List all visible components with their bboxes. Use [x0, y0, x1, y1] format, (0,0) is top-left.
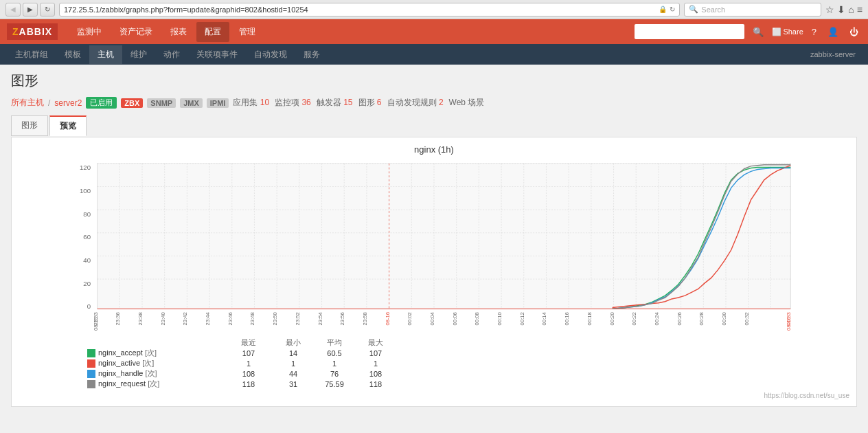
nav-triggers[interactable]: 触发器 15: [317, 97, 353, 109]
ipmi-badge: IPMI: [207, 98, 229, 108]
browser-toolbar: ☆ ⬇ ⌂ ≡: [825, 4, 863, 15]
legend-last-active: 1: [225, 358, 273, 368]
top-nav-right: 🔍 ⬜ Share ? 👤 ⏻: [635, 24, 861, 39]
svg-text:00:24: 00:24: [654, 311, 660, 325]
nav-monitor[interactable]: 监测中: [69, 22, 110, 42]
breadcrumb-server[interactable]: server2: [54, 98, 82, 108]
svg-text:23:58: 23:58: [362, 312, 368, 325]
server-label: zabbix-server: [810, 50, 861, 58]
legend-header-min: 最小: [273, 337, 314, 348]
svg-text:80: 80: [83, 210, 91, 218]
chart-svg: 120 100 80 60 40 20 0: [19, 160, 849, 332]
search-submit-icon[interactable]: 🔍: [750, 25, 766, 38]
legend-min-handle: 44: [273, 368, 314, 379]
nav-monitors[interactable]: 监控项 36: [275, 97, 311, 109]
refresh-button[interactable]: ↻: [40, 3, 55, 16]
nav-reports[interactable]: 报表: [162, 22, 195, 42]
legend-row-active: nginx_active [次] 1 1 1 1: [87, 358, 396, 368]
jmx-badge: JMX: [180, 98, 203, 108]
nav-graphs[interactable]: 图形 6: [358, 97, 382, 109]
svg-text:00:12: 00:12: [519, 312, 525, 325]
svg-text:00:10: 00:10: [496, 312, 503, 325]
user-icon[interactable]: 👤: [825, 25, 841, 38]
nav-correlation[interactable]: 关联项事件: [188, 45, 246, 64]
legend-row-request: nginx_request [次] 118 31 75.59 118: [87, 379, 396, 389]
nav-discovery[interactable]: 自动发现: [246, 45, 295, 64]
zbx-badge: ZBX: [121, 98, 143, 108]
chart-container: nginx (1h) 120 100 80 60 40 20 0: [11, 137, 857, 407]
legend-min-active: 1: [273, 358, 314, 368]
svg-text:08-16: 08-16: [385, 312, 391, 326]
nav-templates[interactable]: 模板: [56, 45, 89, 64]
svg-text:00:32: 00:32: [744, 312, 750, 325]
nav-config[interactable]: 配置: [196, 22, 229, 42]
svg-text:00:02: 00:02: [407, 312, 413, 325]
legend-row-accept: nginx_accept [次] 107 14 60.5 107: [87, 348, 396, 358]
nav-host-groups[interactable]: 主机群组: [7, 45, 56, 64]
watermark: https://blog.csdn.net/su_use: [87, 392, 849, 399]
forward-button[interactable]: ▶: [23, 3, 38, 16]
help-icon[interactable]: ?: [809, 25, 819, 38]
bookmark-icon[interactable]: ☆: [825, 4, 834, 15]
page-content: 图形 所有主机 / server2 已启用 ZBX SNMP JMX IPMI …: [0, 65, 868, 414]
svg-text:120: 120: [80, 164, 91, 171]
nav-discovery-rules[interactable]: 自动发现规则 2: [387, 97, 444, 109]
breadcrumb-all-hosts[interactable]: 所有主机: [11, 97, 44, 109]
download-icon[interactable]: ⬇: [837, 4, 845, 15]
secure-icon: 🔒: [659, 5, 667, 13]
legend-name-active: nginx_active: [98, 359, 140, 367]
svg-text:00:22: 00:22: [631, 312, 637, 325]
svg-text:00:26: 00:26: [676, 312, 683, 325]
svg-text:60: 60: [83, 233, 91, 241]
menu-icon[interactable]: ≡: [857, 4, 863, 15]
search-placeholder: Search: [701, 5, 725, 14]
tab-graph-form[interactable]: 图形: [11, 115, 48, 136]
legend-unit-accept: [次]: [145, 348, 157, 357]
legend-color-accept: [87, 349, 95, 357]
svg-text:00:20: 00:20: [609, 312, 615, 325]
legend-color-handle: [87, 370, 95, 378]
back-button[interactable]: ◀: [5, 3, 21, 16]
browser-bar: ◀ ▶ ↻ 172.25.5.1/zabbix/graphs.php?form=…: [0, 0, 868, 19]
legend-unit-handle: [次]: [146, 369, 157, 377]
svg-text:23:40: 23:40: [160, 312, 166, 325]
svg-text:23:56: 23:56: [339, 312, 345, 325]
svg-rect-7: [98, 164, 791, 309]
share-button[interactable]: ⬜ Share: [772, 27, 803, 36]
svg-text:23:50: 23:50: [272, 312, 278, 325]
nav-admin[interactable]: 管理: [231, 22, 264, 42]
nav-web-scenarios[interactable]: Web 场景: [449, 97, 485, 109]
logout-icon[interactable]: ⏻: [847, 25, 861, 38]
nav-app-sets[interactable]: 应用集 10: [233, 97, 269, 109]
nav-hosts[interactable]: 主机: [89, 45, 122, 64]
nav-assets[interactable]: 资产记录: [111, 22, 161, 42]
page-title: 图形: [11, 71, 857, 90]
secondary-navigation: 主机群组 模板 主机 维护 动作 关联项事件 自动发现 服务 zabbix-se…: [0, 44, 868, 65]
nav-services[interactable]: 服务: [295, 45, 328, 64]
nav-maintenance[interactable]: 维护: [122, 45, 155, 64]
search-icon: 🔍: [689, 5, 698, 14]
legend-name-accept: nginx_accept: [98, 348, 143, 357]
svg-text:00:08: 00:08: [474, 312, 480, 325]
address-icons: 🔒 ↻: [659, 5, 675, 13]
legend-max-handle: 108: [355, 368, 396, 379]
legend-last-request: 118: [225, 379, 273, 389]
address-bar[interactable]: 172.25.5.1/zabbix/graphs.php?form=update…: [59, 3, 680, 16]
sub-tabs: 图形 预览: [11, 115, 857, 136]
svg-text:08-16: 08-16: [786, 317, 792, 331]
legend-unit-active: [次]: [142, 359, 154, 367]
snmp-badge: SNMP: [147, 98, 176, 108]
svg-text:23:48: 23:48: [249, 312, 255, 325]
legend-row-handle: nginx_handle [次] 108 44 76 108: [87, 368, 396, 379]
legend-unit-request: [次]: [148, 379, 159, 388]
svg-text:100: 100: [80, 187, 91, 195]
tab-preview[interactable]: 预览: [49, 115, 87, 136]
share-label: Share: [783, 27, 803, 36]
top-search-input[interactable]: [635, 24, 744, 39]
browser-search-bar[interactable]: 🔍 Search: [684, 3, 821, 16]
zabbix-logo: ZABBIX: [7, 23, 58, 40]
nav-actions[interactable]: 动作: [155, 45, 188, 64]
home-icon[interactable]: ⌂: [848, 4, 854, 15]
chart-legend: 最近 最小 平均 最大 nginx_accept [次] 107 14 60.5…: [19, 337, 849, 399]
svg-text:23:38: 23:38: [137, 312, 144, 325]
